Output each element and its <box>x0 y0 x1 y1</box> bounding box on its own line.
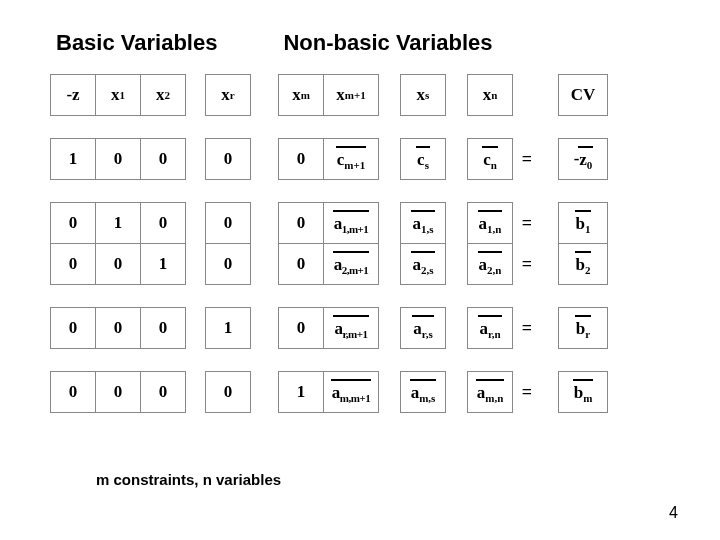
equals-sign: = <box>512 243 542 285</box>
cell: cm+1 <box>323 138 379 180</box>
cell: am,m+1 <box>323 371 379 413</box>
rhs: b2 <box>558 243 608 285</box>
cell: 0 <box>278 243 324 285</box>
cell: 1 <box>205 307 251 349</box>
cell: 0 <box>140 138 186 180</box>
cell: 0 <box>278 202 324 244</box>
rhs: - z0 <box>558 138 608 180</box>
header-row: -z x1 x2 xr xm xm+1 xs xn CV <box>50 74 670 116</box>
cell: 0 <box>50 202 96 244</box>
cell: am,s <box>400 371 446 413</box>
cell: a2,m+1 <box>323 243 379 285</box>
cell: ar,n <box>467 307 513 349</box>
rhs: b1 <box>558 202 608 244</box>
cell: 0 <box>50 243 96 285</box>
constraint-row: 0 0 1 0 0 a2,m+1 a2,s a2,n = b2 <box>50 243 670 285</box>
rhs: br <box>558 307 608 349</box>
cell: 0 <box>95 371 141 413</box>
constraint-row: 0 1 0 0 0 a1,m+1 a1,s a1,n = b1 <box>50 202 670 244</box>
equals-sign: = <box>512 202 542 244</box>
cell: a1,s <box>400 202 446 244</box>
col-xn: xn <box>467 74 513 116</box>
cell: 0 <box>95 138 141 180</box>
col-x1: x1 <box>95 74 141 116</box>
cell: 1 <box>140 243 186 285</box>
cell: ar,m+1 <box>323 307 379 349</box>
col-xm: xm <box>278 74 324 116</box>
constraint-row: 0 0 0 0 1 am,m+1 am,s am,n = bm <box>50 371 670 413</box>
col-xr: xr <box>205 74 251 116</box>
cell: a2,s <box>400 243 446 285</box>
col-xs: xs <box>400 74 446 116</box>
rhs: bm <box>558 371 608 413</box>
cell: 1 <box>278 371 324 413</box>
equals-sign: = <box>512 371 542 413</box>
cell: 1 <box>50 138 96 180</box>
cell: 0 <box>50 307 96 349</box>
cell: cn <box>467 138 513 180</box>
cell: 0 <box>140 307 186 349</box>
cell: am,n <box>467 371 513 413</box>
cost-row: 1 0 0 0 0 cm+1 cs cn = - z0 <box>50 138 670 180</box>
cell: 0 <box>140 202 186 244</box>
page-number: 4 <box>669 504 678 522</box>
cell: 1 <box>95 202 141 244</box>
cell: 0 <box>205 138 251 180</box>
cell: 0 <box>278 138 324 180</box>
col-xm1: xm+1 <box>323 74 379 116</box>
cell: 0 <box>278 307 324 349</box>
cell: 0 <box>50 371 96 413</box>
cell: 0 <box>95 243 141 285</box>
cell: a1,n <box>467 202 513 244</box>
cell: 0 <box>205 202 251 244</box>
cell: 0 <box>140 371 186 413</box>
cell: cs <box>400 138 446 180</box>
cell: 0 <box>205 371 251 413</box>
tableau-wrap: Basic Variables Non-basic Variables -z x… <box>50 30 670 413</box>
titles: Basic Variables Non-basic Variables <box>50 30 670 56</box>
col-cv: CV <box>558 74 608 116</box>
equals-sign: = <box>512 307 542 349</box>
cell: 0 <box>95 307 141 349</box>
cell: ar,s <box>400 307 446 349</box>
cell: 0 <box>205 243 251 285</box>
footer-note: m constraints, n variables <box>96 471 281 488</box>
constraint-row: 0 0 0 1 0 ar,m+1 ar,s ar,n = br <box>50 307 670 349</box>
tableau-grid: -z x1 x2 xr xm xm+1 xs xn CV 1 0 0 0 0 <box>50 74 670 413</box>
title-nonbasic: Non-basic Variables <box>283 30 492 56</box>
col-x2: x2 <box>140 74 186 116</box>
cell: a2,n <box>467 243 513 285</box>
title-basic: Basic Variables <box>56 30 217 56</box>
cell: a1,m+1 <box>323 202 379 244</box>
col-z: -z <box>50 74 96 116</box>
equals-sign: = <box>512 138 542 180</box>
